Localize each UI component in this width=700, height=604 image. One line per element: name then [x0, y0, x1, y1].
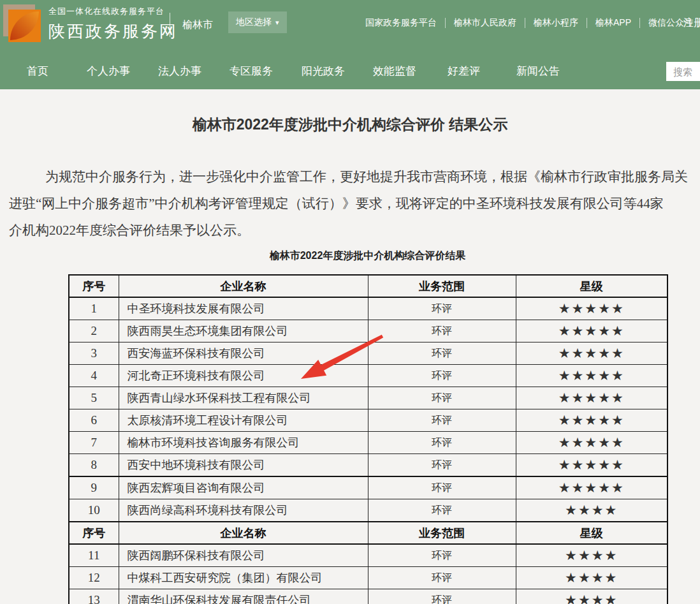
- table-cell: 13: [69, 589, 119, 604]
- header-link[interactable]: 榆林小程序: [534, 17, 578, 29]
- table-cell: 环评: [368, 544, 516, 567]
- column-header: 业务范围: [368, 522, 516, 544]
- page: 全国一体化在线政务服务平台 陕西政务服务网 榆林市 地区选择▾ 国家政务服务平台…: [0, 0, 700, 604]
- search-input[interactable]: [666, 62, 700, 81]
- site-logo-icon[interactable]: [3, 4, 43, 43]
- table-header-row: 序号企业名称业务范围星级: [69, 275, 667, 297]
- table-cell: 河北奇正环境科技有限公司: [119, 365, 368, 387]
- table-cell: ★★★★: [516, 499, 667, 522]
- table-cell: 环评: [368, 476, 516, 499]
- nav-item[interactable]: 法人办事: [158, 64, 201, 78]
- header-link[interactable]: 榆林APP: [595, 17, 631, 29]
- table-cell: ★★★★★: [516, 320, 667, 343]
- table-cell: 西安中地环境科技有限公司: [119, 454, 368, 477]
- table-cell: 8: [69, 454, 119, 477]
- header-links: 国家政务服务平台榆林市人民政府榆林小程序榆林APP微信公众号: [365, 17, 693, 29]
- table-cell: ★★★★: [516, 589, 667, 604]
- header-link[interactable]: 国家政务服务平台: [365, 17, 437, 29]
- table-cell: 陕西阔鹏环保科技有限公司: [119, 544, 368, 567]
- table-cell: 5: [69, 387, 119, 409]
- region-select-button[interactable]: 地区选择▾: [228, 11, 287, 33]
- column-header: 星级: [516, 275, 667, 297]
- table-cell: 3: [69, 343, 119, 365]
- table-row: 1中圣环境科技发展有限公司环评★★★★★: [69, 297, 667, 320]
- table-cell: ★★★★: [516, 544, 667, 567]
- table-cell: 环评: [368, 589, 516, 604]
- results-table: 序号企业名称业务范围星级1中圣环境科技发展有限公司环评★★★★★2陕西雨昊生态环…: [68, 274, 668, 604]
- caret-down-icon: ▾: [275, 18, 279, 26]
- table-caption: 榆林市2022年度涉批中介机构综合评价结果: [68, 249, 667, 263]
- table-cell: ★★★★★: [516, 365, 667, 387]
- site-name: 陕西政务服务网: [48, 20, 178, 43]
- table-cell: 太原核清环境工程设计有限公司: [119, 409, 368, 432]
- table-cell: 环评: [368, 432, 516, 454]
- column-header: 星级: [516, 522, 667, 544]
- table-row: 11陕西阔鹏环保科技有限公司环评★★★★: [69, 544, 667, 567]
- table-header-row: 序号企业名称业务范围星级: [69, 522, 667, 544]
- table-row: 5陕西青山绿水环保科技工程有限公司环评★★★★★: [69, 387, 667, 409]
- nav-item[interactable]: 专区服务: [230, 64, 273, 78]
- table-cell: 中圣环境科技发展有限公司: [119, 297, 368, 320]
- table-cell: 12: [69, 567, 119, 589]
- main-nav: 首页个人办事法人办事专区服务阳光政务效能监督好差评新闻公告: [0, 59, 700, 89]
- page-title: 榆林市2022年度涉批中介机构综合评价 结果公示: [0, 115, 700, 135]
- table-row: 6太原核清环境工程设计有限公司环评★★★★★: [69, 409, 667, 432]
- table-row: 13渭南华山环保科技发展有限责任公司环评★★★★: [69, 589, 667, 604]
- table-cell: 环评: [368, 387, 516, 409]
- table-cell: 环评: [368, 365, 516, 387]
- announcement-line-2: 进驻“网上中介服务超市”中介机构考评管理规定（试行）》要求，现将评定的中圣环境科…: [9, 194, 664, 213]
- table-cell: ★★★★★: [516, 432, 667, 454]
- brand-divider: [170, 13, 170, 37]
- table-row: 12中煤科工西安研究院（集团）有限公司环评★★★★: [69, 567, 667, 589]
- table-cell: 中煤科工西安研究院（集团）有限公司: [119, 567, 368, 589]
- table-cell: 2: [69, 320, 119, 343]
- column-header: 业务范围: [368, 275, 516, 297]
- table-cell: 环评: [368, 409, 516, 432]
- platform-label: 全国一体化在线政务服务平台: [48, 6, 178, 17]
- header-link[interactable]: 榆林市人民政府: [454, 17, 516, 29]
- column-header: 序号: [69, 522, 119, 544]
- link-separator: [587, 18, 587, 28]
- announcement-line-3: 介机构2022年度综合评价结果予以公示。: [9, 221, 250, 240]
- table-cell: 环评: [368, 343, 516, 365]
- link-separator: [639, 18, 640, 28]
- table-cell: 环评: [368, 297, 516, 320]
- table-cell: 环评: [368, 320, 516, 343]
- link-separator: [525, 18, 525, 28]
- table-cell: 渭南华山环保科技发展有限责任公司: [119, 589, 368, 604]
- table-cell: ★★★★★: [516, 343, 667, 365]
- table-cell: 陕西宏辉项目咨询有限公司: [119, 476, 368, 499]
- table-cell: 6: [69, 409, 119, 432]
- link-separator: [445, 18, 446, 28]
- table-row: 2陕西雨昊生态环境集团有限公司环评★★★★★: [69, 320, 667, 343]
- table-cell: ★★★★★: [516, 476, 667, 499]
- table-cell: 陕西尚绿高科环境科技有限公司: [119, 499, 368, 522]
- nav-item[interactable]: 效能监督: [373, 64, 416, 78]
- table-cell: ★★★★★: [516, 454, 667, 477]
- table-cell: 1: [69, 297, 119, 320]
- table-row: 8西安中地环境科技有限公司环评★★★★★: [69, 454, 667, 477]
- nav-item[interactable]: 阳光政务: [302, 64, 345, 78]
- nav-item[interactable]: 首页: [27, 64, 48, 78]
- table-cell: 10: [69, 499, 119, 522]
- results-table-body: 序号企业名称业务范围星级1中圣环境科技发展有限公司环评★★★★★2陕西雨昊生态环…: [69, 275, 667, 604]
- nav-item[interactable]: 好差评: [448, 64, 480, 78]
- column-header: 企业名称: [119, 275, 368, 297]
- table-row: 4河北奇正环境科技有限公司环评★★★★★: [69, 365, 667, 387]
- nav-item[interactable]: 新闻公告: [516, 64, 560, 78]
- brand-block: 全国一体化在线政务服务平台 陕西政务服务网: [48, 6, 178, 43]
- table-cell: ★★★★★: [516, 387, 667, 409]
- table-cell: 7: [69, 432, 119, 454]
- nav-item[interactable]: 个人办事: [87, 64, 130, 78]
- table-row: 10陕西尚绿高科环境科技有限公司环评★★★★: [69, 499, 667, 522]
- table-cell: ★★★★★: [516, 297, 667, 320]
- register-link[interactable]: 注册: [683, 17, 700, 30]
- table-cell: 环评: [368, 454, 516, 477]
- table-row: 3西安海蓝环保科技有限公司环评★★★★★: [69, 343, 667, 365]
- table-cell: ★★★★★: [516, 409, 667, 432]
- table-cell: 4: [69, 365, 119, 387]
- table-cell: 环评: [368, 499, 516, 522]
- table-cell: 9: [69, 476, 119, 499]
- current-city[interactable]: 榆林市: [182, 18, 213, 32]
- table-cell: 陕西雨昊生态环境集团有限公司: [119, 320, 368, 343]
